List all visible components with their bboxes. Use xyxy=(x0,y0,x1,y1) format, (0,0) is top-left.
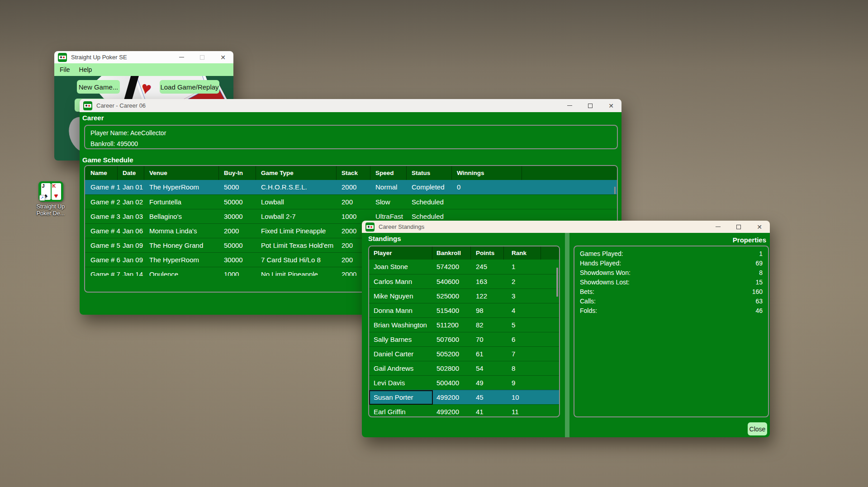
column-header[interactable]: Speed xyxy=(375,166,394,180)
table-cell: No Limit Pineapple xyxy=(261,267,318,276)
schedule-table-header: NameDateVenueBuy-InGame TypeStackSpeedSt… xyxy=(85,166,617,180)
properties-section-label: Properties xyxy=(733,236,766,244)
column-header[interactable]: Name xyxy=(90,166,107,180)
menu-help[interactable]: Help xyxy=(75,63,97,76)
property-value: 46 xyxy=(755,306,763,316)
poker-cards-icon[interactable]: J ♠ K ♥ ↗ xyxy=(38,181,63,202)
table-row[interactable]: Susan Porter4992004510 xyxy=(369,390,559,404)
minimize-button[interactable] xyxy=(559,99,580,112)
property-row: Calls:63 xyxy=(574,297,768,306)
close-button[interactable]: ✕ xyxy=(601,99,621,112)
maximize-button[interactable] xyxy=(580,99,601,112)
standings-table-rows: Joan Stone5742002451Carlos Mann540600163… xyxy=(369,260,559,416)
king-of-hearts-card: K ♥ xyxy=(52,183,61,200)
table-row[interactable]: Game # 1Jan 01The HyperRoom5000C.H.O.R.S… xyxy=(85,180,617,194)
table-cell: 10 xyxy=(512,390,519,405)
column-header[interactable]: Game Type xyxy=(261,166,294,180)
table-cell: 45 xyxy=(476,390,484,405)
new-game-button[interactable]: New Game... xyxy=(77,80,120,94)
table-cell: 0 xyxy=(457,180,460,194)
table-cell: Jan 06 xyxy=(123,224,143,238)
table-cell: 11 xyxy=(512,405,519,416)
table-cell: The Honey Grand xyxy=(149,238,203,253)
table-cell: 54 xyxy=(476,361,484,376)
column-header[interactable]: Rank xyxy=(512,246,526,260)
table-cell: 4 xyxy=(512,303,515,318)
card-rank: J xyxy=(42,184,45,189)
table-row[interactable]: Levi Davis500400499 xyxy=(369,375,559,390)
bankroll-text: Bankroll: 495000 xyxy=(85,138,617,149)
panel-splitter[interactable] xyxy=(565,233,569,437)
table-cell: Fixed Limit Pineapple xyxy=(261,224,326,238)
table-row[interactable]: Joan Stone5742002451 xyxy=(369,260,559,274)
table-cell: 574200 xyxy=(436,260,459,274)
menu-file[interactable]: File xyxy=(55,63,75,76)
main-window-titlebar[interactable]: ♠ Straight Up Poker SE ✕ xyxy=(54,51,233,63)
column-header[interactable]: Buy-In xyxy=(224,166,243,180)
app-icon: ♠ xyxy=(365,222,375,232)
career-window-titlebar[interactable]: ♠ Career - Career 06 ✕ xyxy=(80,99,621,112)
maximize-button[interactable] xyxy=(728,221,749,233)
table-row[interactable]: Mike Nguyen5250001223 xyxy=(369,288,559,303)
table-row[interactable]: Earl Griffin4992004111 xyxy=(369,404,559,416)
table-cell: Opulence xyxy=(149,267,178,276)
table-row[interactable]: Gail Andrews502800548 xyxy=(369,361,559,375)
column-header[interactable]: Venue xyxy=(149,166,167,180)
career-section-label: Career xyxy=(82,114,104,122)
minimize-button[interactable] xyxy=(707,221,728,233)
table-cell: 200 xyxy=(342,195,353,209)
table-cell: Momma Linda's xyxy=(149,224,197,238)
table-cell: Mike Nguyen xyxy=(374,289,413,303)
table-cell: Pot Limit Texas Hold'em xyxy=(261,238,333,253)
table-cell: Game # 1 xyxy=(90,180,120,194)
table-cell: Donna Mann xyxy=(374,303,413,318)
load-game-button[interactable]: Load Game/Replay xyxy=(160,80,219,94)
close-button[interactable]: ✕ xyxy=(213,51,233,63)
table-cell: 200 xyxy=(342,253,353,267)
close-dialog-button[interactable]: Close xyxy=(748,422,767,435)
standings-scrollbar[interactable] xyxy=(556,268,558,297)
table-cell: Jan 09 xyxy=(123,253,143,267)
app-icon: ♠ xyxy=(83,101,92,110)
column-header[interactable]: Points xyxy=(476,246,494,260)
maximize-button[interactable] xyxy=(192,51,213,63)
table-cell: 49 xyxy=(476,376,484,390)
column-header[interactable]: Player xyxy=(374,246,392,260)
desktop-icon-straight-up-poker[interactable]: J ♠ K ♥ ↗ Straight Up Poker De... xyxy=(28,181,73,217)
table-row[interactable]: Daniel Carter505200617 xyxy=(369,346,559,361)
table-cell: 5000 xyxy=(224,180,239,194)
table-row[interactable]: Carlos Mann5406001632 xyxy=(369,274,559,288)
minimize-button[interactable] xyxy=(171,51,192,63)
table-cell: 61 xyxy=(476,347,484,361)
property-value: 69 xyxy=(755,259,763,268)
player-info-box: Player Name: AceCollector Bankroll: 4950… xyxy=(84,125,618,149)
table-row[interactable]: Donna Mann515400984 xyxy=(369,303,559,317)
table-cell: 540600 xyxy=(436,274,459,289)
property-label: Folds: xyxy=(580,306,597,316)
table-cell: 98 xyxy=(476,303,484,318)
table-cell: 500400 xyxy=(436,376,459,390)
column-header[interactable]: Status xyxy=(412,166,430,180)
table-cell: Joan Stone xyxy=(374,260,408,274)
table-cell: 2000 xyxy=(342,180,356,194)
table-row[interactable]: Brian Washington511200825 xyxy=(369,317,559,332)
table-cell: 70 xyxy=(476,332,484,347)
table-cell: 50000 xyxy=(224,238,243,253)
close-button[interactable]: ✕ xyxy=(749,221,770,233)
heart-icon: ♥ xyxy=(52,192,61,199)
column-header[interactable]: Winnings xyxy=(457,166,484,180)
column-header[interactable]: Stack xyxy=(342,166,358,180)
table-cell: 6 xyxy=(512,332,515,347)
table-cell: Jan 03 xyxy=(123,209,143,224)
table-row[interactable]: Game # 2Jan 02Fortuntella50000Lowball200… xyxy=(85,194,617,209)
table-cell: Game # 4 xyxy=(90,224,120,238)
table-cell: 30000 xyxy=(224,253,243,267)
focused-cell-outline xyxy=(369,390,433,405)
schedule-scrollbar[interactable] xyxy=(614,187,616,194)
column-header[interactable]: Bankroll xyxy=(436,246,461,260)
table-row[interactable]: Sally Barnes507600706 xyxy=(369,332,559,346)
standings-window-titlebar[interactable]: ♠ Career Standings ✕ xyxy=(362,221,770,233)
table-cell: 122 xyxy=(476,289,487,303)
column-header[interactable]: Date xyxy=(123,166,136,180)
table-cell: Sally Barnes xyxy=(374,332,412,347)
